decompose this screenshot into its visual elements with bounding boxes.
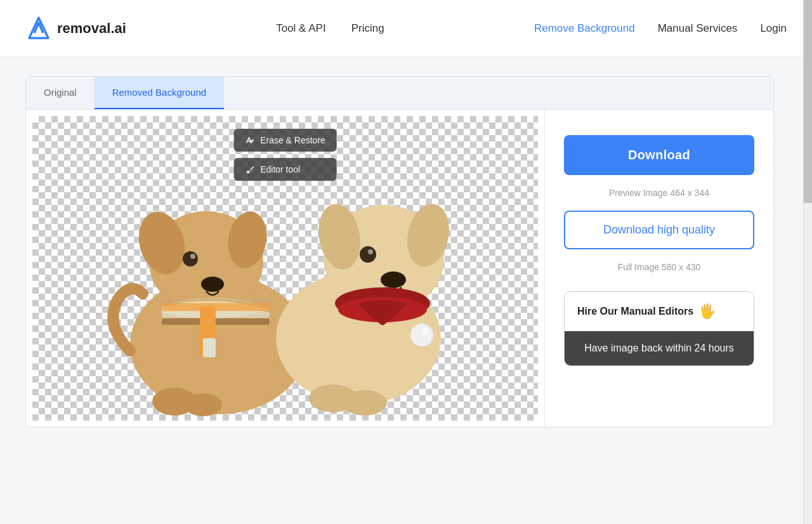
editor-tool-label: Editor tool [260,164,300,174]
main-nav: Tool & API Pricing [276,22,384,35]
svg-point-26 [422,327,429,335]
nav-manual-services[interactable]: Manual Services [658,22,738,35]
manual-editors-title: Hire Our Manual Editors [577,306,693,317]
full-image-info: Full Image 580 x 430 [618,262,701,272]
svg-point-22 [381,272,406,288]
main-card: Original Removed Background Erase & Rest… [25,76,774,428]
main-content: Original Removed Background Erase & Rest… [0,57,799,453]
nav-remove-background[interactable]: Remove Background [534,22,635,35]
logo-text: removal.ai [57,20,126,37]
svg-point-9 [184,393,222,416]
login-link[interactable]: Login [760,22,787,35]
svg-point-20 [360,246,376,263]
editor-tool-button[interactable]: Editor tool [233,158,337,181]
manual-editors-card: Hire Our Manual Editors 🖐️ Have image ba… [564,291,754,366]
erase-restore-icon [245,135,255,145]
download-hq-button[interactable]: Download high quality [564,211,754,249]
svg-point-7 [201,277,224,292]
svg-rect-0 [246,171,249,173]
svg-rect-15 [203,338,216,357]
hand-wave-icon: 🖐️ [698,303,716,320]
tab-original[interactable]: Original [26,77,95,109]
svg-point-21 [368,249,373,254]
image-area: Erase & Restore Editor tool [26,110,545,427]
svg-point-6 [190,254,195,259]
scrollbar-thumb[interactable] [804,0,812,203]
svg-point-28 [343,390,387,416]
card-body: Erase & Restore Editor tool [26,110,773,427]
logo-icon [25,15,52,42]
nav-pricing[interactable]: Pricing [351,22,384,35]
editor-tool-icon [245,164,255,174]
manual-editors-subtitle: Have image back within 24 hours [584,343,734,353]
right-panel: Download Preview Image 464 x 344 Downloa… [545,110,773,427]
svg-point-5 [183,251,198,266]
nav-right: Remove Background Manual Services Login [534,22,787,35]
tab-removed-background[interactable]: Removed Background [95,77,224,109]
svg-point-25 [410,324,433,346]
download-button[interactable]: Download [564,135,754,175]
manual-editors-top[interactable]: Hire Our Manual Editors 🖐️ [565,292,754,331]
tabs-bar: Original Removed Background [26,77,773,110]
erase-restore-label: Erase & Restore [260,135,325,145]
logo-area: removal.ai [25,15,126,42]
preview-info: Preview Image 464 x 344 [609,188,709,198]
erase-restore-button[interactable]: Erase & Restore [233,129,337,152]
manual-editors-bottom[interactable]: Have image back within 24 hours [565,331,754,365]
tool-buttons: Erase & Restore Editor tool [233,129,337,181]
header: removal.ai Tool & API Pricing Remove Bac… [0,0,812,57]
scrollbar-track[interactable] [803,0,812,453]
nav-tool-api[interactable]: Tool & API [276,22,325,35]
